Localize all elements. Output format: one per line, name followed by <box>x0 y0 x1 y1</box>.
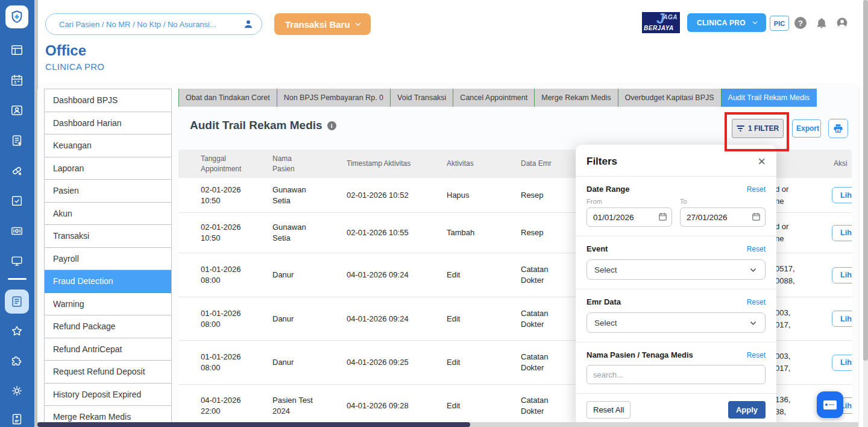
patients-icon[interactable] <box>5 98 29 122</box>
to-label: To <box>680 198 766 205</box>
notifications-bell-icon[interactable] <box>815 16 828 32</box>
cell-truncated-text: 136,38, <box>775 394 820 417</box>
pic-badge[interactable]: PIC <box>770 16 789 31</box>
cell-tanggal: 04-01-2026 22:00 <box>201 395 272 416</box>
menu-item-transaksi[interactable]: Transaksi <box>45 225 171 248</box>
filter-button[interactable]: 1 FILTER <box>732 119 784 138</box>
vertical-scrollbar-thumb[interactable] <box>863 0 868 361</box>
horizontal-scrollbar-track <box>37 422 858 427</box>
journal-icon[interactable] <box>5 407 29 427</box>
favorites-star-icon[interactable] <box>5 319 29 343</box>
filter-funnel-icon <box>737 125 744 131</box>
tab-audit-trail-rekam-medis[interactable]: Audit Trail Rekam Medis <box>722 89 817 107</box>
sidebar-nav <box>0 0 34 427</box>
cell-aktivitas: Edit <box>447 400 521 411</box>
cashier-icon[interactable] <box>5 219 29 243</box>
filter-section-date-range: Date Range Reset From To <box>576 177 776 236</box>
cell-timestamp: 02-01-2026 10:52 <box>347 190 447 201</box>
cell-nama: Danur <box>272 270 347 280</box>
cell-tanggal: 02-01-2026 10:50 <box>201 185 272 206</box>
cell-aktivitas: Hapus <box>447 190 521 201</box>
tab-obat-dan-tindakan-coret[interactable]: Obat dan Tindakan Coret <box>179 89 277 107</box>
cell-truncated-text: 003,017, <box>775 351 820 373</box>
calendar-icon[interactable] <box>658 212 668 222</box>
col-timestamp-aktivitas: Timestamp Aktivitas <box>347 159 447 168</box>
new-transaction-button[interactable]: Transaksi Baru <box>274 13 371 35</box>
chevron-down-icon <box>749 318 758 327</box>
cell-truncated-text: 0517,0088, <box>775 264 820 286</box>
lihat-button[interactable]: Lihat <box>832 225 852 241</box>
calendar-icon[interactable] <box>5 68 29 92</box>
menu-item-laporan[interactable]: Laporan <box>45 157 171 180</box>
tab-cancel-appointment[interactable]: Cancel Appointment <box>453 89 535 107</box>
jaga-berjaya-logo: J AGA BERJAYA <box>642 12 680 33</box>
emr-data-select[interactable]: Select <box>587 312 766 333</box>
reset-all-button[interactable]: Reset All <box>587 401 631 419</box>
menu-item-dashboard-harian[interactable]: Dashboard Harian <box>45 112 171 135</box>
close-icon[interactable]: × <box>758 155 766 168</box>
monitor-icon[interactable] <box>5 249 29 273</box>
documents-icon-active[interactable] <box>5 289 29 314</box>
menu-item-akun[interactable]: Akun <box>45 203 171 226</box>
cell-nama: Danur <box>272 357 347 368</box>
col-nama-pasien: Nama Pasien <box>272 154 347 173</box>
horizontal-scrollbar-thumb[interactable] <box>37 422 470 427</box>
menu-item-refund-package[interactable]: Refund Package <box>45 315 171 338</box>
dashboard-icon[interactable] <box>5 38 29 62</box>
apply-button[interactable]: Apply <box>728 401 766 419</box>
info-icon[interactable]: i <box>327 121 336 130</box>
app-shield-logo[interactable] <box>5 5 28 28</box>
menu-item-payroll[interactable]: Payroll <box>45 248 171 271</box>
lihat-button[interactable]: Lihat <box>832 187 852 203</box>
name-search-label: Nama Pasien / Tenaga Medis <box>587 350 693 359</box>
clinic-selector-label: CLINICA PRO <box>697 19 746 27</box>
menu-item-pasien[interactable]: Pasien <box>45 180 171 203</box>
date-from-field <box>587 207 672 227</box>
chat-widget-button[interactable] <box>817 391 843 418</box>
integrations-puzzle-icon[interactable] <box>5 349 29 373</box>
account-icon[interactable] <box>835 16 849 32</box>
cell-timestamp: 04-01-2026 09:25 <box>347 357 447 368</box>
section-heading: Audit Trail Rekam Medis i <box>190 119 336 132</box>
name-search-input[interactable] <box>587 365 766 384</box>
menu-item-fraud-detection[interactable]: Fraud Detection <box>45 270 171 293</box>
medical-record-icon[interactable] <box>5 128 29 153</box>
cell-truncated-text: 003,017, <box>775 308 820 330</box>
print-button[interactable] <box>828 119 848 138</box>
calendar-icon[interactable] <box>751 212 761 222</box>
menu-item-dashboard-bpjs[interactable]: Dashboard BPJS <box>45 89 171 112</box>
name-search-reset-link[interactable]: Reset <box>747 351 766 359</box>
patient-search-input[interactable] <box>58 19 242 30</box>
cell-aktivitas: Edit <box>447 357 521 368</box>
event-select[interactable]: Select <box>587 259 766 280</box>
date-to-field <box>680 207 766 227</box>
menu-item-refund-antricepat[interactable]: Refund AntriCepat <box>45 338 171 361</box>
help-icon[interactable]: ? <box>794 17 807 29</box>
menu-item-history-deposit-expired[interactable]: History Deposit Expired <box>45 384 171 406</box>
tab-merge-rekam-medis[interactable]: Merge Rekam Medis <box>535 89 618 107</box>
cell-timestamp: 04-01-2026 09:28 <box>347 400 447 411</box>
person-icon <box>242 18 254 30</box>
settings-gear-icon[interactable] <box>5 379 29 403</box>
date-range-reset-link[interactable]: Reset <box>747 185 766 194</box>
tab-overbudget-kapitasi-bpjs[interactable]: Overbudget Kapitasi BPJS <box>618 89 722 107</box>
event-label: Event <box>587 244 608 253</box>
event-reset-link[interactable]: Reset <box>747 245 766 253</box>
clinic-selector-button[interactable]: CLINICA PRO <box>687 13 766 32</box>
patient-search <box>45 13 262 35</box>
cell-timestamp: 04-01-2026 09:24 <box>347 314 447 324</box>
lihat-button[interactable]: Lihat <box>832 267 852 283</box>
tab-void-transaksi[interactable]: Void Transaksi <box>391 89 453 107</box>
tab-non-bpjs-pembayaran[interactable]: Non BPJS Pembayaran Rp. 0 <box>277 89 391 107</box>
lihat-button[interactable]: Lihat <box>832 311 852 327</box>
pharmacy-pill-icon[interactable] <box>5 159 29 183</box>
menu-item-warning[interactable]: Warning <box>45 293 171 316</box>
filters-title: Filters <box>587 156 617 168</box>
emr-data-reset-link[interactable]: Reset <box>747 298 766 306</box>
export-button[interactable]: Export <box>792 119 821 138</box>
lihat-button[interactable]: Lihat <box>832 355 852 371</box>
tasks-check-icon[interactable] <box>5 189 29 213</box>
menu-item-keuangan[interactable]: Keuangan <box>45 134 171 157</box>
menu-item-request-refund-deposit[interactable]: Request Refund Deposit <box>45 361 171 384</box>
date-range-label: Date Range <box>587 185 630 194</box>
